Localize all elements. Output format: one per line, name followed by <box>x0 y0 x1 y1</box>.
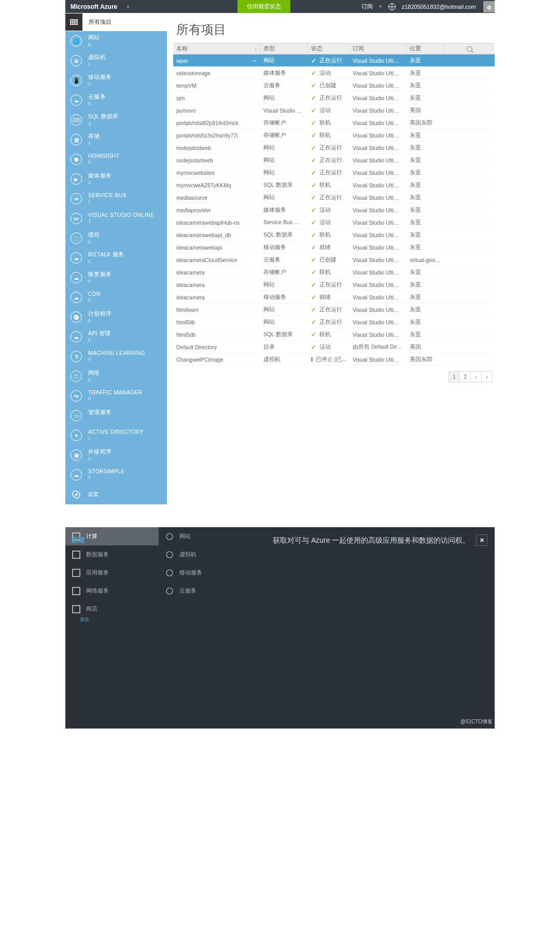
page-1[interactable]: 1 <box>449 371 460 382</box>
table-row[interactable]: mymvcweAZ6TyKKMqSQL 数据库✓联机Visual Studio … <box>173 179 495 191</box>
col-location[interactable]: 位置 <box>407 44 444 54</box>
cell-name: ideacameraCloudService <box>173 257 260 263</box>
page-prev[interactable]: ‹ <box>470 371 482 382</box>
globe-icon[interactable] <box>388 3 396 10</box>
sidebar-item[interactable]: ▶媒体服务2 <box>65 169 167 189</box>
page-2[interactable]: 2 <box>459 371 471 382</box>
sidebar-item[interactable]: ▦存储4 <box>65 130 167 149</box>
table-row[interactable]: ideacamera网站✓正在运行Visual Studio Ultimate … <box>173 279 495 291</box>
sidebar-item[interactable]: ▣外接程序0 <box>65 445 167 465</box>
category-item[interactable]: 应用服务 <box>65 564 159 582</box>
category-item[interactable]: 数据服务 <box>65 545 159 564</box>
sidebar-item[interactable]: ☁恢复服务0 <box>65 268 167 287</box>
col-name[interactable]: 名称↓ <box>173 44 260 54</box>
table-row[interactable]: nodejsstartweb网站✓正在运行Visual Studio Ultim… <box>173 154 495 167</box>
sidebar-item[interactable]: ☁API 管理0 <box>65 327 167 347</box>
sidebar-item[interactable]: ⬢HDINSIGHT0 <box>65 149 167 169</box>
table-row[interactable]: videostoreage媒体服务✓活动Visual Studio Ultima… <box>173 67 495 79</box>
sidebar-item[interactable]: ▭管理服务 <box>65 406 167 426</box>
sidebar-item-count: 5 <box>88 101 106 106</box>
brand-dropdown-icon[interactable]: ∨ <box>122 4 134 9</box>
sidebar-item[interactable]: ⬡网络0 <box>65 366 167 386</box>
page-next[interactable]: › <box>481 371 493 382</box>
table-row[interactable]: html5dbSQL 数据库✓联机Visual Studio Ultimate … <box>173 328 495 341</box>
sidebar-item[interactable]: ⇄SERVICE BUS1 <box>65 189 167 209</box>
cell-name: mediaprovider <box>173 207 260 213</box>
service-icon: ⬡ <box>69 369 83 383</box>
filter-icon[interactable]: ▾ <box>379 3 382 10</box>
table-row[interactable]: sjm网站✓正在运行Visual Studio Ultimate wi...东亚 <box>173 92 495 104</box>
sidebar-item-label: 缓存 <box>88 231 100 239</box>
grid-search[interactable] <box>444 44 495 54</box>
sidebar-item-label: CDN <box>88 291 101 297</box>
table-row[interactable]: wper→网站✓正在运行Visual Studio Ultimate wi...… <box>173 54 495 67</box>
subcategory-item[interactable]: 云服务 <box>159 582 252 600</box>
cell-status: ✓活动 <box>308 219 349 226</box>
table-row[interactable]: ChangweiPCImage虚拟机已停止 (已...Visual Studio… <box>173 353 495 366</box>
cell-status: ✓联机 <box>308 231 349 239</box>
table-row[interactable]: ideacamerawebapi_dbSQL 数据库✓联机Visual Stud… <box>173 229 495 241</box>
table-row[interactable]: mediasource网站✓正在运行Visual Studio Ultimate… <box>173 191 495 204</box>
col-type[interactable]: 类型 <box>260 44 308 54</box>
category-item[interactable]: 网络服务 <box>65 582 159 600</box>
table-row[interactable]: mediaprovider媒体服务✓活动Visual Studio Ultima… <box>173 204 495 216</box>
sidebar-item[interactable]: ✦ACTIVE DIRECTORY1 <box>65 426 167 445</box>
sidebar-item[interactable]: ☁BIZTALK 服务0 <box>65 248 167 268</box>
cell-name: ideacamera <box>173 294 260 300</box>
close-button[interactable]: ✖ <box>476 534 487 546</box>
subcategory-item[interactable]: 网站 <box>159 527 252 545</box>
sidebar-item[interactable]: ⇆TRAFFIC MANAGER0 <box>65 386 167 406</box>
table-row[interactable]: ideacameraCloudService云服务✓已创建Visual Stud… <box>173 254 495 266</box>
sidebar-item[interactable]: ☁STORSIMPLE0 <box>65 465 167 485</box>
sidebar-item[interactable]: 📱移动服务2 <box>65 71 167 90</box>
service-icon: ⬢ <box>69 153 83 166</box>
sidebar-item[interactable]: 🕘计划程序0 <box>65 307 167 327</box>
table-row[interactable]: portalvhds5z3x2hsn9y77l存储帐户✓联机Visual Stu… <box>173 129 495 142</box>
cell-subscription: Visual Studio Ultimate wi... <box>349 294 407 300</box>
sidebar-item[interactable]: ☁云服务5 <box>65 90 167 110</box>
table-row[interactable]: tempVM云服务✓已创建Visual Studio Ultimate wi..… <box>173 79 495 92</box>
check-icon: ✓ <box>311 219 316 226</box>
table-row[interactable]: ideacamera存储帐户✓联机Visual Studio Ultimate … <box>173 266 495 279</box>
sidebar-item-label: 计划程序 <box>88 310 111 318</box>
subcategory-item[interactable]: 移动服务 <box>159 564 252 582</box>
sidebar-settings[interactable]: 设置 <box>65 485 167 504</box>
table-row[interactable]: htmllearn网站✓正在运行Visual Studio Ultimate w… <box>173 304 495 316</box>
brand[interactable]: Microsoft Azure <box>65 3 122 10</box>
sidebar-item[interactable]: ⋈VISUAL STUDIO ONLINE1 <box>65 209 167 228</box>
sidebar-item[interactable]: 🌐网站9 <box>65 31 167 51</box>
category-item[interactable]: 商店 <box>65 600 159 618</box>
table-row[interactable]: portalvhdst92p914nl3mck存储帐户✓联机Visual Stu… <box>173 117 495 129</box>
sidebar-item[interactable]: 🖥虚拟机1 <box>65 51 167 71</box>
table-row[interactable]: html5lib网站✓正在运行Visual Studio Ultimate wi… <box>173 316 495 328</box>
cell-type: 媒体服务 <box>260 70 308 77</box>
cell-location: 东亚 <box>407 231 444 239</box>
cell-status: ✓活动 <box>308 70 349 77</box>
table-row[interactable]: mymvcwebsites网站✓正在运行Visual Studio Ultima… <box>173 167 495 179</box>
col-status[interactable]: 状态 <box>308 44 349 54</box>
table-row[interactable]: nodejstestweb网站✓正在运行Visual Studio Ultima… <box>173 142 495 154</box>
credit-status-button[interactable]: 信用额度状态 <box>237 0 290 13</box>
sidebar-all-items[interactable]: 所有项目 <box>65 13 167 31</box>
sidebar-item[interactable]: DBSQL 数据库3 <box>65 110 167 130</box>
table-row[interactable]: ideacamerawebapiHub-nsService Bus 命名空间✓活… <box>173 216 495 229</box>
service-icon: ▣ <box>69 448 83 462</box>
table-row[interactable]: ideacamera移动服务✓就绪Visual Studio Ultimate … <box>173 291 495 304</box>
subcategory-item[interactable]: 虚拟机 <box>159 545 252 564</box>
account-email[interactable]: z18205051832@hotmail.com <box>402 4 476 10</box>
sidebar-item-label: 管理服务 <box>88 409 111 416</box>
service-icon: ▦ <box>69 133 83 146</box>
avatar-icon[interactable] <box>483 1 495 12</box>
col-subscription[interactable]: 订阅 <box>349 44 407 54</box>
cell-status: ✓已创建 <box>308 256 349 264</box>
cell-name: portalvhdst92p914nl3mck <box>173 120 260 126</box>
sidebar-item[interactable]: ☁CDN0 <box>65 287 167 307</box>
table-row[interactable]: ideacamerawebapi移动服务✓就绪Visual Studio Ult… <box>173 241 495 254</box>
subscriptions-link[interactable]: 订阅 <box>361 3 373 10</box>
cell-status: ✓联机 <box>308 132 349 139</box>
sidebar-item[interactable]: ⬚缓存0 <box>65 228 167 248</box>
table-row[interactable]: Default Directory目录✓活动由所有 Default Direct… <box>173 341 495 353</box>
table-row[interactable]: purnovoVisual Studio Online✓活动Visual Stu… <box>173 104 495 117</box>
sidebar-item[interactable]: ⚗MACHINE LEARNING0 <box>65 347 167 366</box>
service-icon: ⬚ <box>69 231 83 245</box>
